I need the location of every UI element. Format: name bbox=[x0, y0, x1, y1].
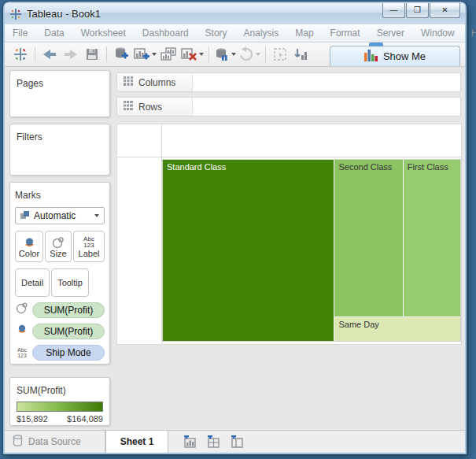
legend-min-value: $15,892 bbox=[17, 414, 48, 424]
view-pane: Standard ClassSecond ClassFirst ClassSam… bbox=[116, 124, 462, 345]
window-title: Tableau - Book1 bbox=[27, 8, 101, 20]
legend-gradient-bar[interactable] bbox=[17, 402, 103, 412]
new-worksheet-icon[interactable] bbox=[178, 431, 201, 453]
title-bar[interactable]: Tableau - Book1 — ❐ ✕ bbox=[5, 3, 465, 24]
color-icon bbox=[23, 237, 36, 249]
chevron-down-icon bbox=[94, 214, 99, 217]
mark-type-value: Automatic bbox=[34, 210, 93, 221]
pane-gridline bbox=[117, 157, 461, 157]
main-area: Pages Filters Marks Automatic Col bbox=[5, 67, 465, 430]
new-worksheet-icon[interactable] bbox=[133, 45, 157, 64]
pages-shelf[interactable]: Pages bbox=[9, 70, 110, 117]
filters-label: Filters bbox=[17, 131, 42, 143]
undo-icon[interactable] bbox=[40, 45, 59, 64]
text-icon: Abc123 bbox=[15, 347, 29, 358]
color-legend-card[interactable]: SUM(Profit) $15,892 $164,089 bbox=[9, 377, 110, 426]
new-dashboard-icon[interactable] bbox=[201, 431, 225, 453]
menu-analysis[interactable]: Analysis bbox=[244, 28, 279, 39]
sort-icon[interactable] bbox=[292, 45, 311, 64]
automatic-updates-icon[interactable] bbox=[214, 45, 236, 64]
legend-max-value: $164,089 bbox=[67, 414, 103, 424]
minimize-button[interactable]: — bbox=[382, 3, 405, 18]
toolbar: Show Me bbox=[5, 43, 465, 67]
tooltip-button[interactable]: Tooltip bbox=[51, 268, 89, 297]
rows-shelf-label: Rows bbox=[138, 102, 162, 113]
size-icon bbox=[15, 302, 29, 317]
tableau-logo-icon[interactable] bbox=[11, 45, 30, 64]
pill-sum-profit-color[interactable]: SUM(Profit) bbox=[32, 324, 105, 339]
size-button[interactable]: Size bbox=[45, 231, 72, 262]
show-me-icon bbox=[364, 50, 378, 64]
marks-card: Marks Automatic Color Size bbox=[9, 182, 110, 365]
show-me-label: Show Me bbox=[383, 50, 426, 62]
close-button[interactable]: ✕ bbox=[430, 3, 460, 18]
run-update-caret[interactable] bbox=[256, 53, 260, 56]
data-source-label: Data Source bbox=[28, 436, 81, 447]
maximize-button[interactable]: ❐ bbox=[406, 3, 429, 18]
new-worksheet-caret[interactable] bbox=[152, 53, 157, 56]
automatic-updates-caret[interactable] bbox=[231, 53, 236, 56]
duplicate-sheet-icon[interactable] bbox=[159, 45, 178, 64]
database-icon bbox=[13, 435, 23, 449]
treemap-node-second-class[interactable]: Second Class bbox=[334, 160, 402, 316]
status-bar: Data Source Sheet 1 bbox=[5, 430, 465, 453]
show-me-accent bbox=[369, 43, 383, 46]
treemap-node-standard-class[interactable]: Standard Class bbox=[163, 160, 334, 341]
toolbar-separator bbox=[265, 46, 266, 62]
label-icon: Abc 123 bbox=[82, 236, 96, 249]
pill-sum-profit-size[interactable]: SUM(Profit) bbox=[32, 302, 105, 318]
label-button[interactable]: Abc 123 Label bbox=[73, 231, 105, 262]
sidebar: Pages Filters Marks Automatic Col bbox=[5, 67, 113, 430]
columns-shelf-label: Columns bbox=[138, 77, 175, 88]
size-icon bbox=[52, 237, 65, 249]
toolbar-separator bbox=[208, 46, 209, 62]
canvas-area: Columns Rows Standard ClassSecond ClassF… bbox=[113, 67, 465, 430]
menu-worksheet[interactable]: Worksheet bbox=[81, 28, 126, 39]
save-icon[interactable] bbox=[83, 45, 101, 64]
color-button[interactable]: Color bbox=[15, 231, 43, 262]
redo-icon[interactable] bbox=[61, 45, 80, 64]
highlight-icon[interactable] bbox=[271, 45, 290, 64]
menu-story[interactable]: Story bbox=[205, 28, 227, 39]
marks-label: Marks bbox=[15, 190, 41, 201]
rows-shelf[interactable]: Rows bbox=[116, 97, 461, 117]
menu-dashboard[interactable]: Dashboard bbox=[142, 28, 189, 39]
menu-bar: FileDataWorksheetDashboardStoryAnalysisM… bbox=[5, 24, 465, 43]
menu-map[interactable]: Map bbox=[295, 28, 313, 39]
pages-label: Pages bbox=[17, 78, 43, 89]
clear-sheet-icon[interactable] bbox=[180, 45, 204, 64]
menu-server[interactable]: Server bbox=[377, 28, 404, 39]
pill-ship-mode[interactable]: Ship Mode bbox=[32, 345, 105, 361]
sheet-tab[interactable]: Sheet 1 bbox=[105, 431, 168, 453]
treemap-node-first-class[interactable]: First Class bbox=[404, 160, 460, 316]
columns-icon bbox=[124, 76, 133, 88]
menu-window[interactable]: Window bbox=[421, 28, 455, 39]
detail-button[interactable]: Detail bbox=[15, 268, 50, 297]
mark-type-icon bbox=[20, 209, 30, 223]
new-story-icon[interactable] bbox=[225, 431, 249, 453]
legend-title: SUM(Profit) bbox=[17, 385, 66, 396]
columns-shelf[interactable]: Columns bbox=[116, 72, 461, 92]
mark-type-dropdown[interactable]: Automatic bbox=[15, 207, 105, 224]
filters-shelf[interactable]: Filters bbox=[9, 124, 110, 176]
show-me-button[interactable]: Show Me bbox=[330, 46, 460, 66]
toolbar-separator bbox=[35, 46, 35, 62]
data-source-tab[interactable]: Data Source bbox=[5, 431, 105, 453]
clear-sheet-caret[interactable] bbox=[199, 53, 204, 56]
add-data-source-icon[interactable] bbox=[112, 45, 131, 64]
tableau-app-icon bbox=[9, 8, 22, 20]
run-update-icon[interactable] bbox=[238, 45, 260, 64]
menu-file[interactable]: File bbox=[13, 28, 28, 39]
toolbar-separator bbox=[106, 46, 107, 62]
menu-data[interactable]: Data bbox=[44, 28, 64, 39]
treemap-chart: Standard ClassSecond ClassFirst ClassSam… bbox=[163, 160, 460, 341]
menu-format[interactable]: Format bbox=[330, 28, 360, 39]
treemap-node-same-day[interactable]: Same Day bbox=[334, 317, 460, 341]
menu-help[interactable]: Help bbox=[471, 28, 476, 39]
color-icon bbox=[15, 324, 29, 339]
tableau-window: Tableau - Book1 — ❐ ✕ FileDataWorksheetD… bbox=[3, 2, 467, 454]
rows-icon bbox=[124, 101, 133, 113]
